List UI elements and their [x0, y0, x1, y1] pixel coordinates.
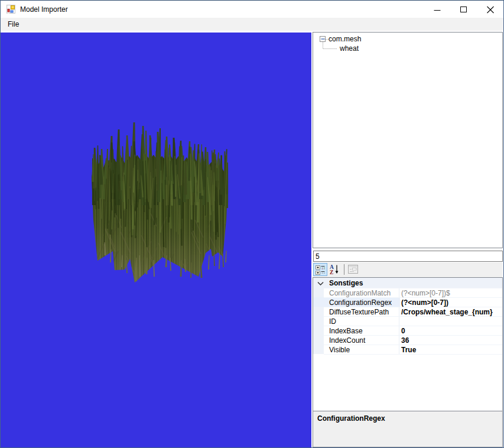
svg-text:Z: Z [330, 270, 333, 275]
